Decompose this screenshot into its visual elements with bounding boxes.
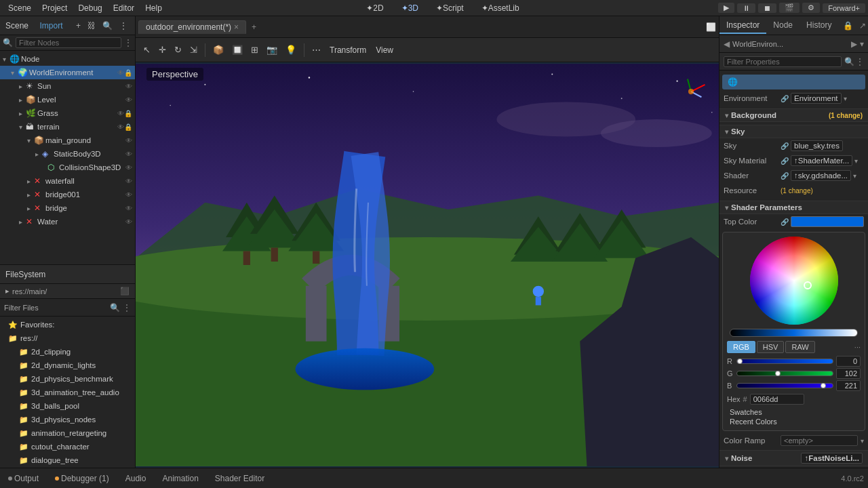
path-fwd-icon[interactable]: ▶ xyxy=(851,39,857,49)
settings-btn[interactable]: ⚙ xyxy=(802,3,820,13)
hsv-mode-btn[interactable]: HSV xyxy=(757,341,785,353)
visibility-icon[interactable]: 👁 xyxy=(125,96,132,104)
view-label[interactable]: View xyxy=(372,45,397,55)
filter-props-icon[interactable]: 🔍 xyxy=(844,57,854,66)
rotate-tool[interactable]: ↻ xyxy=(171,43,185,57)
menu-debug[interactable]: Debug xyxy=(73,2,107,14)
filter-props-input[interactable] xyxy=(724,56,842,67)
menu-scene[interactable]: Scene xyxy=(3,2,37,14)
fs-favorites[interactable]: ⭐ Favorites: xyxy=(0,318,135,331)
movie-btn[interactable]: 🎬 xyxy=(779,3,800,13)
animation-tab[interactable]: Animation xyxy=(158,472,202,485)
fs-3d-animation[interactable]: 📁 3d_animation_tree_audio xyxy=(0,386,135,399)
brightness-slider[interactable] xyxy=(730,329,858,337)
top-color-swatch[interactable] xyxy=(791,216,864,227)
tree-grass[interactable]: ▸ 🌿 Grass 👁 🔒 xyxy=(0,106,135,120)
tree-staticbody[interactable]: ▸ ◈ StaticBody3D 👁 xyxy=(0,147,135,161)
mode-assetlib[interactable]: ✦AssetLib xyxy=(477,2,524,14)
visibility-icon[interactable]: 👁 xyxy=(125,191,132,199)
insp-icon-open[interactable]: ↗ xyxy=(857,20,868,31)
mode-script[interactable]: ✦Script xyxy=(432,2,468,14)
color-more-btn[interactable]: ··· xyxy=(854,343,861,351)
transform-label[interactable]: Transform xyxy=(326,45,370,55)
fs-2d-physics[interactable]: 📁 2d_physics_benchmark xyxy=(0,372,135,386)
renderer-btn[interactable]: Forward+ xyxy=(823,3,865,13)
more-icon[interactable]: ⋮ xyxy=(117,20,130,31)
fs-animation[interactable]: 📁 animation_retargeting xyxy=(0,426,135,440)
b-value-input[interactable] xyxy=(836,380,861,391)
tab-history[interactable]: History xyxy=(800,18,838,34)
path-down-icon[interactable]: ▾ xyxy=(860,39,864,49)
filter-more-icon[interactable]: ⋮ xyxy=(123,303,131,312)
lock-icon[interactable]: 🔒 xyxy=(124,110,132,117)
panel-toggle-icon[interactable]: ⬜ xyxy=(706,22,716,32)
select-tool[interactable]: ↖ xyxy=(140,43,154,57)
camera-tool[interactable]: 📷 xyxy=(263,43,281,57)
tab-close-btn[interactable]: × xyxy=(234,22,239,32)
visibility-icon[interactable]: 👁 xyxy=(125,137,132,144)
shader-params-section[interactable]: ▾ Shader Parameters xyxy=(719,201,868,214)
g-value-input[interactable] xyxy=(836,368,861,379)
import-label[interactable]: Import xyxy=(40,21,72,30)
background-section[interactable]: ▾ Background (1 change) xyxy=(719,108,868,122)
env-dropdown-icon[interactable]: ▾ xyxy=(844,95,847,102)
more-tools[interactable]: ⋯ xyxy=(309,43,324,57)
filter-more-icon[interactable]: ⋮ xyxy=(124,38,132,47)
skymat-dropdown[interactable]: ▾ xyxy=(854,157,858,165)
b-slider[interactable] xyxy=(736,383,833,388)
fs-cutout[interactable]: 📁 cutout_character xyxy=(0,440,135,453)
local-tool[interactable]: 📦 xyxy=(210,43,227,57)
audio-tab[interactable]: Audio xyxy=(121,472,151,485)
sky-section[interactable]: ▾ Sky xyxy=(719,125,868,138)
output-tab[interactable]: Output xyxy=(4,472,43,485)
visibility-icon[interactable]: 👁 xyxy=(117,110,124,117)
pause-btn[interactable]: ⏸ xyxy=(737,3,755,13)
tree-node[interactable]: ▾ 🌐 Node xyxy=(0,52,135,66)
r-value-input[interactable] xyxy=(836,356,861,367)
color-wheel-container[interactable] xyxy=(750,237,838,325)
lock-icon[interactable]: 🔒 xyxy=(124,123,132,131)
noise-val[interactable]: ↑FastNoiseLi... xyxy=(801,453,863,464)
shader-dropdown[interactable]: ▾ xyxy=(853,172,856,180)
perspective-label[interactable]: Perspective xyxy=(146,68,203,81)
tree-collision[interactable]: ⬡ CollisionShape3D 👁 xyxy=(0,161,135,174)
mode-3d[interactable]: ✦3D xyxy=(397,2,422,14)
hex-input[interactable] xyxy=(750,394,804,405)
shader-editor-tab[interactable]: Shader Editor xyxy=(211,472,269,485)
fs-3d-balls[interactable]: 📁 3d_balls_pool xyxy=(0,399,135,413)
menu-editor[interactable]: Editor xyxy=(108,2,140,14)
tree-bridge001[interactable]: ▸ ✕ bridge001 👁 xyxy=(0,188,135,201)
fs-dialogue[interactable]: 📁 dialogue_tree xyxy=(0,453,135,467)
tree-worldenvironment[interactable]: ▾ 🌍 WorldEnvironment 👁 🔒 xyxy=(0,66,135,79)
stop-btn[interactable]: ⏹ xyxy=(758,3,776,13)
visibility-icon[interactable]: 👁 xyxy=(125,218,132,226)
tree-terrain[interactable]: ▾ 🏔 terrain 👁 🔒 xyxy=(0,120,135,134)
visibility-icon[interactable]: 👁 xyxy=(125,205,132,212)
visibility-icon[interactable]: 👁 xyxy=(117,69,124,77)
tree-waterfall[interactable]: ▸ ✕ waterfall 👁 xyxy=(0,174,135,188)
tree-bridge[interactable]: ▸ ✕ bridge 👁 xyxy=(0,201,135,215)
viewport-tab-main[interactable]: outdoor_environment(*) × xyxy=(138,20,246,34)
move-tool[interactable]: ✛ xyxy=(155,43,170,57)
visibility-icon[interactable]: 👁 xyxy=(125,178,132,185)
insp-icon-lock[interactable]: 🔒 xyxy=(841,20,855,31)
light-tool[interactable]: 💡 xyxy=(282,43,300,57)
debugger-tab[interactable]: Debugger (1) xyxy=(51,472,113,485)
g-slider[interactable] xyxy=(736,371,833,376)
add-tab-btn[interactable]: + xyxy=(248,21,260,33)
sky-val[interactable]: blue_sky.tres xyxy=(791,140,843,151)
snap-tool[interactable]: 🔲 xyxy=(229,43,246,57)
raw-mode-btn[interactable]: RAW xyxy=(785,341,814,353)
shader-val[interactable]: ↑sky.gdshade... xyxy=(791,170,851,181)
scale-tool[interactable]: ⇲ xyxy=(186,43,201,57)
noise-section[interactable]: ▾ Noise ↑FastNoiseLi... xyxy=(719,450,868,466)
link-icon[interactable]: ⛓ xyxy=(85,20,98,31)
color-ramp-dropdown[interactable]: ▾ xyxy=(861,437,864,445)
menu-project[interactable]: Project xyxy=(37,2,73,14)
color-ramp-val[interactable]: <empty> xyxy=(781,435,858,446)
visibility-icon[interactable]: 👁 xyxy=(125,150,132,158)
fs-3d-physics[interactable]: 📁 3d_physics_nodes xyxy=(0,413,135,426)
tab-inspector[interactable]: Inspector xyxy=(719,18,766,34)
visibility-icon[interactable]: 👁 xyxy=(117,123,124,131)
menu-help[interactable]: Help xyxy=(140,2,167,14)
